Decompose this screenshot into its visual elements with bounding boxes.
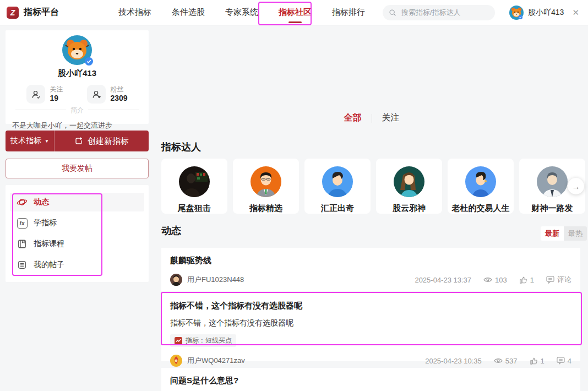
sidebar-item-my-posts[interactable]: 我的帖子: [10, 256, 144, 274]
expert-name: 尾盘狙击: [161, 203, 227, 214]
indicator-tag-icon: [175, 337, 182, 345]
app-logo-icon: Z: [7, 7, 19, 19]
expert-name: 老杜的交易人生: [448, 203, 514, 214]
comment-button[interactable]: 4: [557, 357, 571, 365]
tab-all[interactable]: 全部: [344, 112, 362, 124]
comment-button[interactable]: 评论: [546, 275, 571, 285]
expert-avatar: [465, 166, 496, 197]
feed-section-title: 动态: [161, 224, 181, 237]
author-avatar: [170, 355, 182, 367]
comment-count: 4: [568, 357, 571, 365]
post-card[interactable]: 麒麟驱势线 用户FU1023N448 2025-04-23 13:37: [161, 248, 580, 291]
expert-card[interactable]: 汇正出奇: [304, 159, 371, 214]
post-author[interactable]: 用户FU1023N448: [187, 275, 244, 285]
sort-latest[interactable]: 最新: [541, 226, 564, 241]
user-menu[interactable]: 股小吖413: [509, 6, 564, 20]
expert-avatar: [394, 166, 424, 197]
book-icon: [17, 238, 28, 249]
like-button[interactable]: 1: [530, 357, 545, 365]
comment-icon: [546, 276, 554, 284]
tab-divider: [372, 114, 372, 123]
top-bar: Z 指标平台 技术指标 条件选股 专家系统 指标社区 指标排行: [0, 0, 588, 25]
post-card[interactable]: 问题S是什么意思? 上方绿S是什么意思?: [161, 368, 580, 391]
profile-stats: 关注 19 粉丝 2309: [6, 85, 149, 104]
post-author-row: 用户FU1023N448 2025-04-23 13:37 103 1: [170, 274, 571, 286]
expert-card[interactable]: 老杜的交易人生: [448, 159, 514, 214]
followers-stat[interactable]: 粉丝 2309: [87, 85, 127, 104]
following-stat[interactable]: 关注 19: [26, 85, 63, 104]
author-avatar: [170, 274, 182, 286]
like-count: 1: [541, 357, 545, 365]
user-avatar: [509, 6, 524, 20]
followers-count: 2309: [110, 94, 127, 104]
expert-name: 股云邪神: [376, 203, 442, 214]
eye-icon: [483, 276, 492, 283]
post-title[interactable]: 问题S是什么意思?: [170, 376, 571, 386]
post-time: 2025-04-23 10:35: [425, 357, 482, 365]
followers-icon: [87, 85, 106, 104]
expert-name: 汇正出奇: [304, 203, 371, 214]
nav-expert-system[interactable]: 专家系统: [224, 6, 259, 19]
post-author-row: 用户WQ04271zav 2025-04-23 10:35 537 1: [170, 355, 571, 367]
followers-label: 粉丝: [110, 85, 127, 94]
comment-label: 评论: [557, 275, 571, 285]
sort-hottest[interactable]: 最热: [564, 226, 587, 241]
like-count: 1: [530, 276, 534, 284]
following-count: 19: [50, 94, 63, 104]
sidebar-item-feed[interactable]: 动态: [10, 193, 144, 211]
sidebar-item-learn-indicators[interactable]: fx 学指标: [10, 214, 144, 232]
views-stat: 103: [483, 276, 507, 284]
post-title[interactable]: 麒麟驱势线: [170, 256, 571, 266]
new-post-button[interactable]: 我要发帖: [6, 159, 149, 178]
post-title[interactable]: 指标不错，这个指标有没有选股器呢: [170, 301, 571, 311]
tab-following[interactable]: 关注: [382, 112, 400, 124]
nav-tech-indicators[interactable]: 技术指标: [117, 6, 153, 19]
views-count: 537: [505, 357, 518, 365]
indicator-platform-app: Z 指标平台 技术指标 条件选股 专家系统 指标社区 指标排行: [0, 0, 588, 391]
following-label: 关注: [50, 85, 63, 94]
expert-avatar: [179, 166, 210, 197]
nav-indicator-community[interactable]: 指标社区: [277, 6, 313, 19]
thumbs-up-icon: [530, 357, 538, 365]
profile-avatar[interactable]: [62, 35, 92, 65]
post-card[interactable]: 指标不错，这个指标有没有选股器呢 指标不错，这个指标有没有选股器呢 指标：短线买…: [161, 293, 580, 361]
arrow-right-icon: →: [572, 182, 580, 191]
nav-stock-picking[interactable]: 条件选股: [171, 6, 206, 19]
search-input[interactable]: [400, 8, 485, 17]
close-icon[interactable]: ✕: [572, 8, 579, 18]
create-icon: [74, 137, 83, 145]
search-box[interactable]: [383, 5, 495, 20]
profile-bio: 不是大咖是小吖，一起交流进步: [12, 121, 142, 131]
profile-name: 股小吖413: [6, 68, 149, 79]
eye-icon: [494, 357, 503, 364]
sidebar-item-indicator-courses[interactable]: 指标课程: [10, 235, 144, 253]
views-stat: 537: [494, 357, 518, 365]
expert-card[interactable]: 尾盘狙击: [161, 159, 227, 214]
indicator-tag-chip[interactable]: 指标：短线买点: [170, 334, 236, 347]
username-label: 股小吖413: [528, 8, 564, 18]
expert-name: 财神一路发: [519, 203, 585, 214]
document-icon: [17, 259, 28, 270]
create-indicator-button[interactable]: 创建新指标: [55, 131, 149, 151]
expert-card[interactable]: 指标精选: [233, 159, 299, 214]
post-body: 指标不错，这个指标有没有选股器呢: [170, 318, 571, 328]
feed-sort-toggle: 最新 最热: [541, 226, 587, 241]
expert-card[interactable]: 股云邪神: [376, 159, 442, 214]
indicator-tag-label: 指标：短线买点: [186, 336, 232, 345]
chevron-down-icon: ▼: [45, 139, 49, 144]
comment-icon: [557, 357, 565, 365]
expert-avatar: [537, 166, 568, 197]
verified-badge-icon: [85, 57, 93, 66]
search-icon: [389, 9, 396, 17]
indicator-action-bar: 技术指标 ▼ 创建新指标: [6, 131, 149, 151]
bio-divider: 简介: [15, 110, 139, 117]
experts-scroll-right-button[interactable]: →: [568, 178, 584, 194]
profile-card: 股小吖413 关注 19: [6, 30, 149, 124]
post-time: 2025-04-23 13:37: [415, 276, 471, 284]
nav-indicator-ranking[interactable]: 指标排行: [331, 6, 366, 19]
indicator-type-dropdown[interactable]: 技术指标 ▼: [6, 131, 55, 151]
like-button[interactable]: 1: [519, 276, 534, 284]
expert-cards-row: 尾盘狙击 指标精选: [161, 159, 588, 214]
planet-icon: [17, 197, 28, 208]
post-author[interactable]: 用户WQ04271zav: [187, 356, 245, 366]
